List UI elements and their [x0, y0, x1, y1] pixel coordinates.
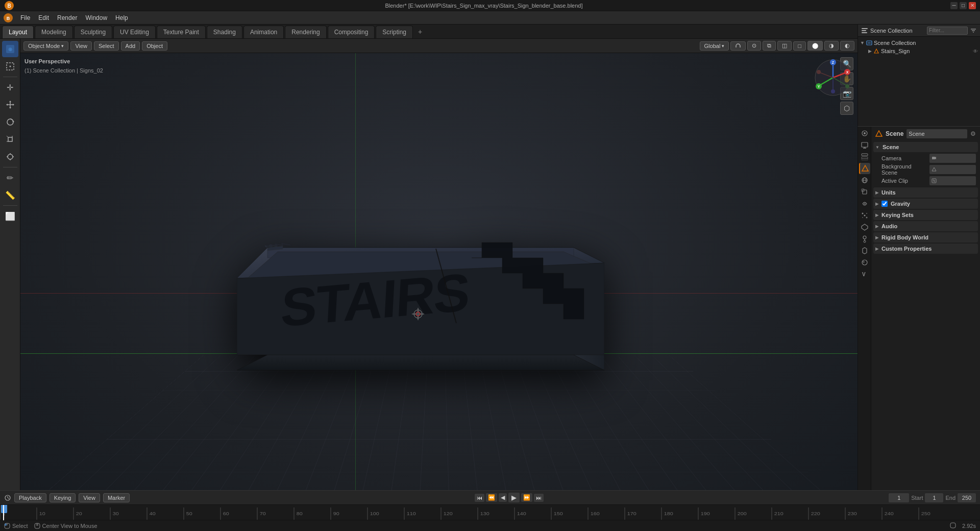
tab-uv-editing[interactable]: UV Editing — [113, 26, 156, 38]
outliner-search[interactable] — [927, 27, 968, 35]
timeline-ruler[interactable]: 1 10 20 30 40 50 60 70 80 90 100 110 120 — [0, 505, 980, 520]
prop-tab-constraints[interactable] — [859, 233, 870, 245]
start-frame-field[interactable]: 1 — [925, 493, 943, 502]
custom-props-header[interactable]: Custom Properties — [873, 244, 978, 254]
step-forward-button[interactable]: ⏩ — [521, 493, 532, 502]
keying-sets-header[interactable]: Keying Sets — [873, 210, 978, 220]
prop-tab-scene[interactable] — [859, 163, 870, 174]
xray-toggle[interactable]: ◫ — [777, 41, 792, 51]
window-controls[interactable]: ─ □ ✕ — [950, 2, 976, 9]
object-menu[interactable]: Object — [142, 41, 167, 51]
prop-tab-render[interactable] — [859, 128, 870, 139]
wireframe-shading[interactable]: □ — [793, 41, 806, 51]
outliner-scene-collection[interactable]: ▼ Scene Collection — [860, 39, 978, 47]
viewport-gizmo[interactable]: Z X Y — [813, 57, 853, 98]
rendered-shading[interactable]: ◐ — [840, 41, 854, 51]
global-orientation[interactable]: Global ▾ — [700, 41, 729, 51]
reverse-play-button[interactable]: ◀ — [499, 493, 507, 502]
gravity-section-header[interactable]: Gravity — [873, 199, 978, 209]
tool-add-cube[interactable]: ⬜ — [2, 208, 18, 224]
tab-compositing[interactable]: Compositing — [328, 26, 375, 38]
rigid-body-header[interactable]: Rigid Body World — [873, 232, 978, 243]
section-audio: Audio — [873, 221, 978, 231]
tab-modeling[interactable]: Modeling — [35, 26, 73, 38]
current-frame-field[interactable]: 1 — [889, 493, 909, 502]
active-clip-value[interactable] — [929, 176, 976, 185]
tab-sculpting[interactable]: Sculpting — [74, 26, 112, 38]
scene-section-header[interactable]: Scene — [873, 142, 978, 152]
select-menu[interactable]: Select — [94, 41, 119, 51]
audio-section-header[interactable]: Audio — [873, 221, 978, 231]
prop-tab-vray[interactable]: V — [859, 269, 870, 280]
end-frame-field[interactable]: 250 — [958, 493, 976, 502]
prop-tab-data[interactable] — [859, 245, 870, 256]
tool-cursor-icon[interactable]: ✛ — [2, 79, 18, 95]
proportional-edit[interactable]: ⊙ — [747, 41, 761, 51]
jump-end-button[interactable]: ⏭ — [534, 494, 544, 502]
prop-tab-physics[interactable] — [859, 222, 870, 233]
background-scene-value[interactable] — [929, 165, 976, 174]
prop-tab-particles[interactable] — [859, 210, 870, 221]
prop-tab-material[interactable] — [859, 257, 870, 268]
jump-start-button[interactable]: ⏮ — [475, 494, 484, 502]
tab-shading[interactable]: Shading — [207, 26, 242, 38]
menu-edit[interactable]: Edit — [34, 13, 53, 23]
units-section-header[interactable]: Units — [873, 187, 978, 198]
tool-move[interactable] — [2, 96, 18, 113]
visibility-icon[interactable]: 👁 — [973, 49, 978, 54]
view-menu-tl[interactable]: View — [79, 493, 100, 502]
svg-marker-11 — [9, 107, 11, 109]
tool-transform[interactable] — [2, 149, 18, 165]
timeline-icon[interactable] — [4, 494, 11, 501]
menu-help[interactable]: Help — [111, 13, 132, 23]
tab-rendering[interactable]: Rendering — [285, 26, 326, 38]
prop-tab-world[interactable] — [859, 175, 870, 186]
add-workspace-button[interactable]: + — [414, 25, 426, 38]
view-menu[interactable]: View — [70, 41, 92, 51]
outliner-scene-item[interactable]: ▶ Stairs_Sign 👁 — [860, 47, 978, 55]
play-button[interactable]: ▶ — [508, 493, 520, 502]
menu-render[interactable]: Render — [53, 13, 81, 23]
prop-tab-viewlayer[interactable] — [859, 151, 870, 162]
material-preview[interactable]: ◑ — [824, 41, 839, 51]
tab-layout[interactable]: Layout — [2, 26, 34, 38]
3d-viewport[interactable]: STAIRS — [20, 53, 857, 515]
prop-tab-output[interactable] — [859, 139, 870, 151]
tool-cursor[interactable]: ⊕ — [2, 41, 18, 57]
prop-tab-modifier[interactable] — [859, 198, 870, 209]
perspective-icon[interactable]: ⬡ — [840, 102, 853, 115]
filter-icon[interactable] — [970, 27, 977, 34]
svg-rect-61 — [862, 32, 867, 33]
tool-annotate[interactable]: ✏ — [2, 170, 18, 186]
scene-settings-icon[interactable]: ⚙ — [970, 130, 976, 137]
show-overlay[interactable]: ⧉ — [763, 41, 776, 51]
menu-file[interactable]: File — [16, 13, 34, 23]
scene-name-field[interactable]: Scene — [906, 129, 967, 138]
tab-texture-paint[interactable]: Texture Paint — [157, 26, 206, 38]
tab-scripting[interactable]: Scripting — [376, 26, 413, 38]
solid-shading[interactable]: ⬤ — [807, 41, 823, 51]
keying-menu[interactable]: Keying — [50, 493, 76, 502]
tool-rotate[interactable] — [2, 114, 18, 130]
tool-scale[interactable] — [2, 131, 18, 148]
svg-text:160: 160 — [591, 511, 600, 516]
minimize-button[interactable]: ─ — [950, 2, 958, 9]
tab-animation[interactable]: Animation — [243, 26, 284, 38]
maximize-button[interactable]: □ — [960, 2, 967, 9]
svg-text:210: 210 — [774, 511, 784, 516]
marker-menu[interactable]: Marker — [103, 493, 130, 502]
playback-menu[interactable]: Playback — [14, 493, 46, 502]
tool-measure[interactable]: 📏 — [2, 187, 18, 203]
gravity-checkbox[interactable] — [881, 201, 888, 207]
add-menu[interactable]: Add — [121, 41, 140, 51]
frame-marker[interactable] — [1, 505, 7, 513]
tool-select-box[interactable] — [2, 58, 18, 75]
prop-tab-object[interactable] — [859, 186, 870, 198]
camera-value[interactable] — [929, 154, 976, 163]
snap-button[interactable] — [730, 41, 746, 51]
step-back-button[interactable]: ⏪ — [486, 493, 497, 502]
timeline-playhead[interactable] — [3, 505, 4, 520]
close-button[interactable]: ✕ — [969, 2, 976, 9]
menu-window[interactable]: Window — [81, 13, 111, 23]
object-mode-dropdown[interactable]: Object Mode ▾ — [23, 41, 68, 51]
